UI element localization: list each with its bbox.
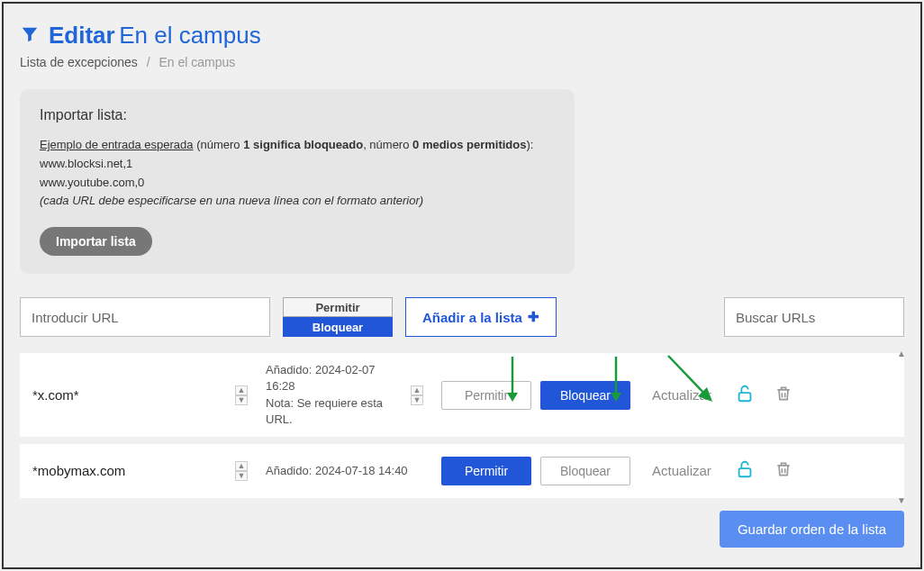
breadcrumb: Lista de excepciones / En el campus	[20, 55, 904, 69]
breadcrumb-link[interactable]: Lista de excepciones	[20, 55, 138, 69]
import-body: Ejemplo de entrada esperada (número 1 si…	[40, 136, 555, 211]
meta-stepper[interactable]: ▲ ▼	[411, 385, 423, 405]
row-block-button[interactable]: Bloquear	[540, 457, 630, 485]
allow-toggle[interactable]: Permitir	[283, 297, 393, 317]
scroll-up-icon[interactable]: ▲	[897, 349, 906, 358]
svg-rect-0	[738, 393, 750, 401]
allow-block-toggle: Permitir Bloquear	[283, 297, 393, 337]
table-row: *x.com* ▲ ▼ Añadido: 2024-02-07 16:28 No…	[20, 353, 904, 437]
breadcrumb-sep: /	[147, 55, 150, 69]
row-url: *x.com*	[32, 387, 235, 403]
unlock-icon[interactable]	[735, 384, 755, 407]
import-title: Importar lista:	[40, 107, 555, 123]
title-edit: Editar	[49, 22, 115, 49]
row-update-link[interactable]: Actualizar	[652, 387, 711, 403]
row-allow-button[interactable]: Permitir	[441, 457, 531, 485]
url-list: ▲ *x.com* ▲ ▼ Añadido: 2024-02-07 16:28 …	[20, 353, 904, 498]
stepper-up-icon[interactable]: ▲	[411, 385, 423, 395]
stepper-down-icon[interactable]: ▼	[235, 395, 248, 405]
save-order-button[interactable]: Guardar orden de la lista	[720, 511, 904, 548]
stepper-up-icon[interactable]: ▲	[235, 461, 248, 471]
plus-icon: ✚	[528, 309, 539, 325]
trash-icon[interactable]	[775, 460, 793, 482]
url-input[interactable]	[20, 297, 270, 337]
breadcrumb-current: En el campus	[159, 55, 235, 69]
page-header: Editar En el campus	[20, 22, 904, 50]
row-allow-button[interactable]: Permitir	[441, 381, 531, 410]
row-meta: Añadido: 2024-07-18 14:40	[266, 463, 441, 479]
import-example-label: Ejemplo de entrada esperada	[40, 138, 194, 151]
trash-icon[interactable]	[775, 385, 793, 406]
search-input[interactable]	[724, 297, 904, 337]
stepper-down-icon[interactable]: ▼	[411, 395, 423, 405]
title-name: En el campus	[119, 22, 261, 49]
row-block-button[interactable]: Bloquear	[540, 381, 630, 410]
import-button[interactable]: Importar lista	[40, 227, 152, 256]
stepper-down-icon[interactable]: ▼	[235, 471, 248, 481]
block-toggle[interactable]: Bloquear	[283, 317, 393, 337]
unlock-icon[interactable]	[735, 459, 755, 483]
stepper-up-icon[interactable]: ▲	[235, 385, 248, 395]
order-stepper[interactable]: ▲ ▼	[235, 461, 248, 481]
table-row: *mobymax.com ▲ ▼ Añadido: 2024-07-18 14:…	[20, 444, 904, 498]
import-example-line2: www.youtube.com,0	[40, 176, 144, 189]
row-meta: Añadido: 2024-02-07 16:28 Nota: Se requi…	[266, 362, 441, 428]
controls-row: Permitir Bloquear Añadir a la lista ✚	[20, 297, 904, 337]
add-to-list-button[interactable]: Añadir a la lista ✚	[405, 297, 557, 337]
row-url: *mobymax.com	[32, 463, 235, 478]
import-card: Importar lista: Ejemplo de entrada esper…	[20, 89, 575, 274]
scroll-down-icon[interactable]: ▼	[897, 495, 906, 505]
row-update-link[interactable]: Actualizar	[652, 463, 711, 478]
import-example-line1: www.blocksi.net,1	[40, 157, 132, 170]
import-note: (cada URL debe especificarse en una nuev…	[40, 194, 423, 207]
order-stepper[interactable]: ▲ ▼	[235, 385, 248, 405]
page-title: Editar En el campus	[49, 22, 261, 50]
add-to-list-label: Añadir a la lista	[422, 310, 522, 325]
svg-rect-1	[738, 468, 750, 476]
filter-icon	[20, 24, 40, 48]
